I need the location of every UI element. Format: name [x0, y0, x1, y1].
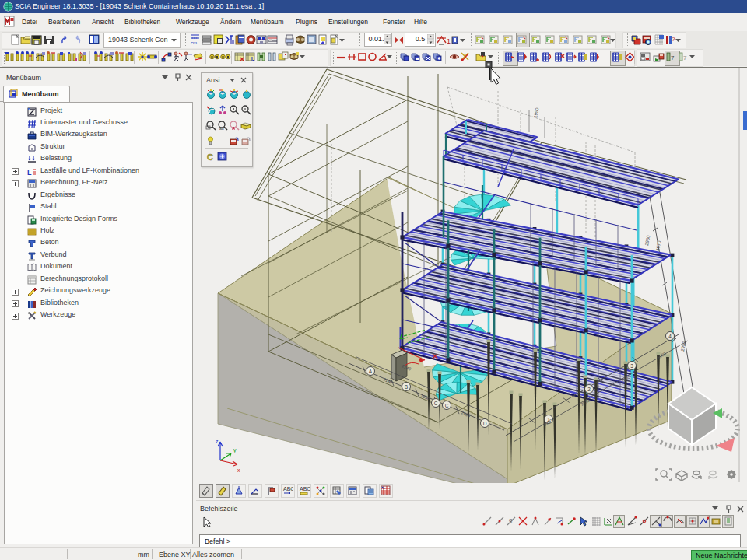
svg-text:7: 7	[671, 54, 675, 61]
svg-text:1950: 1950	[533, 107, 539, 118]
svg-text:1: 1	[447, 37, 451, 45]
svg-text:7: 7	[683, 54, 687, 61]
svg-text:D: D	[483, 421, 487, 426]
svg-text:x: x	[237, 467, 240, 473]
svg-text:B: B	[405, 384, 408, 390]
svg-text:4670: 4670	[655, 240, 661, 251]
svg-text:Q: Q	[509, 518, 513, 523]
svg-text:3: 3	[630, 363, 633, 369]
svg-text:2950: 2950	[644, 234, 651, 246]
svg-text:ABC: ABC	[283, 486, 293, 492]
svg-text:cm: cm	[191, 40, 197, 45]
svg-text:aa: aa	[219, 126, 224, 131]
svg-text:z: z	[216, 439, 219, 444]
svg-text:2: 2	[587, 387, 591, 392]
svg-text:A: A	[369, 369, 373, 374]
svg-text:C: C	[207, 152, 213, 162]
svg-text:C: C	[434, 401, 438, 406]
svg-text:L: L	[27, 169, 32, 177]
svg-text:y: y	[233, 447, 237, 453]
svg-text:4: 4	[668, 334, 672, 339]
svg-text:C: C	[445, 403, 449, 408]
svg-text:ABC: ABC	[300, 486, 310, 492]
svg-text:mm: mm	[191, 35, 198, 40]
